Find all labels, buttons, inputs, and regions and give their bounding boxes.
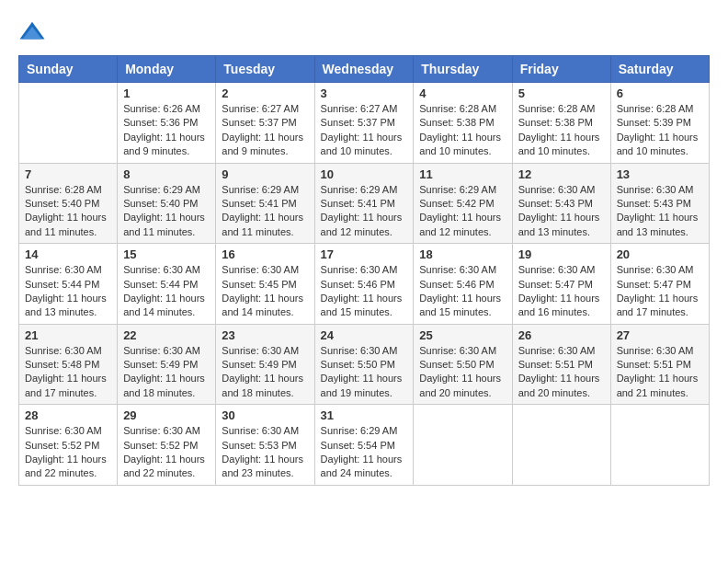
cell-content: Sunrise: 6:30 AM Sunset: 5:51 PM Dayligh… xyxy=(617,344,703,401)
sunrise-text: Sunrise: 6:30 AM xyxy=(518,184,596,195)
cell-content: Sunrise: 6:26 AM Sunset: 5:36 PM Dayligh… xyxy=(123,102,210,159)
cell-content: Sunrise: 6:30 AM Sunset: 5:48 PM Dayligh… xyxy=(25,344,111,401)
day-number: 29 xyxy=(123,408,210,422)
sunset-text: Sunset: 5:50 PM xyxy=(321,359,395,370)
cell-content: Sunrise: 6:29 AM Sunset: 5:54 PM Dayligh… xyxy=(321,424,408,481)
day-number: 26 xyxy=(518,328,605,342)
sunrise-text: Sunrise: 6:30 AM xyxy=(123,425,200,436)
sunrise-text: Sunrise: 6:26 AM xyxy=(123,103,200,114)
cell-content: Sunrise: 6:30 AM Sunset: 5:44 PM Dayligh… xyxy=(25,263,111,320)
calendar-cell: 19 Sunrise: 6:30 AM Sunset: 5:47 PM Dayl… xyxy=(512,244,610,325)
calendar-week-row: 28 Sunrise: 6:30 AM Sunset: 5:52 PM Dayl… xyxy=(19,405,710,486)
daylight-text: Daylight: 11 hours and 18 minutes. xyxy=(123,373,205,397)
daylight-text: Daylight: 11 hours and 15 minutes. xyxy=(419,293,501,317)
cell-content: Sunrise: 6:30 AM Sunset: 5:52 PM Dayligh… xyxy=(123,424,210,481)
sunset-text: Sunset: 5:37 PM xyxy=(321,117,395,128)
logo-icon xyxy=(18,18,46,46)
calendar-cell xyxy=(610,405,709,486)
calendar-cell: 12 Sunrise: 6:30 AM Sunset: 5:43 PM Dayl… xyxy=(512,163,610,244)
sunset-text: Sunset: 5:52 PM xyxy=(25,440,99,451)
cell-content: Sunrise: 6:30 AM Sunset: 5:49 PM Dayligh… xyxy=(123,344,210,401)
day-number: 11 xyxy=(419,167,506,181)
calendar-cell: 14 Sunrise: 6:30 AM Sunset: 5:44 PM Dayl… xyxy=(19,244,118,325)
day-number: 3 xyxy=(321,86,408,100)
day-number: 20 xyxy=(617,247,703,261)
sunset-text: Sunset: 5:50 PM xyxy=(419,359,494,370)
day-number: 15 xyxy=(123,247,210,261)
calendar-cell: 28 Sunrise: 6:30 AM Sunset: 5:52 PM Dayl… xyxy=(19,405,118,486)
sunset-text: Sunset: 5:46 PM xyxy=(321,279,395,290)
sunset-text: Sunset: 5:48 PM xyxy=(25,359,99,370)
daylight-text: Daylight: 11 hours and 10 minutes. xyxy=(419,132,501,156)
cell-content: Sunrise: 6:30 AM Sunset: 5:53 PM Dayligh… xyxy=(222,424,308,481)
calendar-header-thursday: Thursday xyxy=(414,56,512,83)
daylight-text: Daylight: 11 hours and 13 minutes. xyxy=(617,212,699,236)
sunrise-text: Sunrise: 6:30 AM xyxy=(123,264,200,275)
cell-content: Sunrise: 6:30 AM Sunset: 5:44 PM Dayligh… xyxy=(123,263,210,320)
daylight-text: Daylight: 11 hours and 10 minutes. xyxy=(321,132,403,156)
sunrise-text: Sunrise: 6:29 AM xyxy=(419,184,496,195)
calendar-week-row: 7 Sunrise: 6:28 AM Sunset: 5:40 PM Dayli… xyxy=(19,163,710,244)
daylight-text: Daylight: 11 hours and 17 minutes. xyxy=(25,373,107,397)
sunset-text: Sunset: 5:37 PM xyxy=(222,117,296,128)
calendar-week-row: 21 Sunrise: 6:30 AM Sunset: 5:48 PM Dayl… xyxy=(19,324,710,405)
day-number: 4 xyxy=(419,86,506,100)
calendar-cell: 7 Sunrise: 6:28 AM Sunset: 5:40 PM Dayli… xyxy=(19,163,118,244)
daylight-text: Daylight: 11 hours and 10 minutes. xyxy=(617,132,699,156)
sunset-text: Sunset: 5:40 PM xyxy=(25,198,99,209)
sunset-text: Sunset: 5:52 PM xyxy=(123,440,198,451)
daylight-text: Daylight: 11 hours and 19 minutes. xyxy=(321,373,403,397)
sunrise-text: Sunrise: 6:28 AM xyxy=(419,103,496,114)
daylight-text: Daylight: 11 hours and 13 minutes. xyxy=(518,212,600,236)
sunset-text: Sunset: 5:47 PM xyxy=(617,279,691,290)
cell-content: Sunrise: 6:29 AM Sunset: 5:40 PM Dayligh… xyxy=(123,183,210,240)
sunrise-text: Sunrise: 6:30 AM xyxy=(222,345,299,356)
calendar-cell: 3 Sunrise: 6:27 AM Sunset: 5:37 PM Dayli… xyxy=(314,83,414,164)
sunset-text: Sunset: 5:49 PM xyxy=(222,359,296,370)
calendar-week-row: 14 Sunrise: 6:30 AM Sunset: 5:44 PM Dayl… xyxy=(19,244,710,325)
sunset-text: Sunset: 5:41 PM xyxy=(321,198,395,209)
calendar-cell: 23 Sunrise: 6:30 AM Sunset: 5:49 PM Dayl… xyxy=(216,324,314,405)
sunrise-text: Sunrise: 6:30 AM xyxy=(25,425,102,436)
sunrise-text: Sunrise: 6:30 AM xyxy=(321,345,398,356)
calendar-cell: 16 Sunrise: 6:30 AM Sunset: 5:45 PM Dayl… xyxy=(216,244,314,325)
calendar-header-wednesday: Wednesday xyxy=(314,56,414,83)
calendar-cell: 21 Sunrise: 6:30 AM Sunset: 5:48 PM Dayl… xyxy=(19,324,118,405)
calendar-cell xyxy=(512,405,610,486)
calendar-cell: 15 Sunrise: 6:30 AM Sunset: 5:44 PM Dayl… xyxy=(118,244,216,325)
daylight-text: Daylight: 11 hours and 12 minutes. xyxy=(321,212,403,236)
calendar-cell: 30 Sunrise: 6:30 AM Sunset: 5:53 PM Dayl… xyxy=(216,405,314,486)
day-number: 16 xyxy=(222,247,308,261)
day-number: 9 xyxy=(222,167,308,181)
calendar-cell: 6 Sunrise: 6:28 AM Sunset: 5:39 PM Dayli… xyxy=(610,83,709,164)
sunset-text: Sunset: 5:44 PM xyxy=(25,279,99,290)
day-number: 24 xyxy=(321,328,408,342)
day-number: 8 xyxy=(123,167,210,181)
cell-content: Sunrise: 6:28 AM Sunset: 5:40 PM Dayligh… xyxy=(25,183,111,240)
cell-content: Sunrise: 6:30 AM Sunset: 5:43 PM Dayligh… xyxy=(617,183,703,240)
day-number: 12 xyxy=(518,167,605,181)
calendar-header-row: SundayMondayTuesdayWednesdayThursdayFrid… xyxy=(19,56,710,83)
day-number: 22 xyxy=(123,328,210,342)
daylight-text: Daylight: 11 hours and 9 minutes. xyxy=(123,132,205,156)
calendar-cell: 26 Sunrise: 6:30 AM Sunset: 5:51 PM Dayl… xyxy=(512,324,610,405)
calendar-header-friday: Friday xyxy=(512,56,610,83)
day-number: 19 xyxy=(518,247,605,261)
sunset-text: Sunset: 5:39 PM xyxy=(617,117,691,128)
cell-content: Sunrise: 6:28 AM Sunset: 5:39 PM Dayligh… xyxy=(617,102,703,159)
cell-content: Sunrise: 6:27 AM Sunset: 5:37 PM Dayligh… xyxy=(222,102,308,159)
day-number: 27 xyxy=(617,328,703,342)
cell-content: Sunrise: 6:30 AM Sunset: 5:49 PM Dayligh… xyxy=(222,344,308,401)
sunrise-text: Sunrise: 6:30 AM xyxy=(617,184,694,195)
sunrise-text: Sunrise: 6:28 AM xyxy=(617,103,694,114)
calendar-cell xyxy=(414,405,512,486)
day-number: 14 xyxy=(25,247,111,261)
calendar-header-sunday: Sunday xyxy=(19,56,118,83)
day-number: 5 xyxy=(518,86,605,100)
cell-content: Sunrise: 6:30 AM Sunset: 5:45 PM Dayligh… xyxy=(222,263,308,320)
daylight-text: Daylight: 11 hours and 24 minutes. xyxy=(321,454,403,478)
sunrise-text: Sunrise: 6:30 AM xyxy=(25,264,102,275)
cell-content: Sunrise: 6:30 AM Sunset: 5:47 PM Dayligh… xyxy=(617,263,703,320)
sunset-text: Sunset: 5:43 PM xyxy=(518,198,593,209)
day-number: 31 xyxy=(321,408,408,422)
